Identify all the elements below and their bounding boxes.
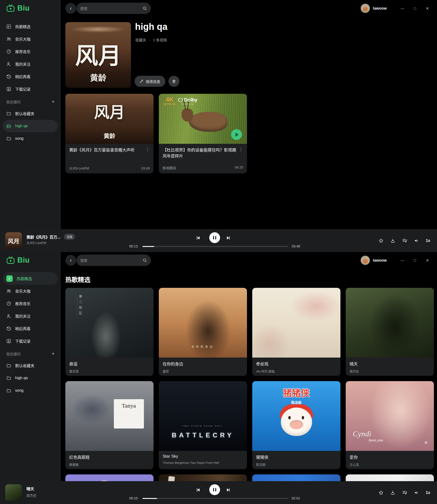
sidebar-item-following[interactable]: 我的关注 — [3, 58, 58, 70]
song-card[interactable]: Tanya 红色高跟鞋 蔡健雅 — [65, 381, 154, 469]
username: lawoow — [373, 258, 387, 263]
song-card[interactable]: TWO STEPS FROM HELL BATTLECRY Star Sky T… — [159, 381, 247, 469]
sidebar-folder-high-qa[interactable]: high qa — [3, 120, 58, 132]
minimize-button[interactable]: — — [396, 6, 409, 10]
download-icon[interactable] — [390, 238, 396, 243]
maximize-button[interactable]: □ — [409, 6, 421, 10]
collection-count: 2 条视频 — [153, 37, 167, 42]
favorite-star-icon[interactable] — [378, 490, 384, 495]
sidebar: Biu 热歌精选 音乐大咖 推荐音乐 我的关注 稍后再看 — [0, 0, 61, 252]
sidebar-folder-default[interactable]: 默认收藏夹 — [3, 359, 58, 372]
play-icon — [235, 133, 239, 137]
sidebar-item-downloads[interactable]: 下载记录 — [3, 83, 58, 95]
thumb-overlay-title: 风月 — [65, 105, 154, 120]
sidebar-item-watch-later[interactable]: 稍后再看 — [3, 70, 58, 83]
back-icon: ‹ — [70, 257, 72, 264]
song-thumbnail: 在你的身边 — [159, 288, 247, 358]
lossless-badge: 无损 — [64, 234, 75, 240]
player-track-title: 晴天 — [26, 486, 34, 492]
progress-fill — [142, 498, 157, 499]
minimize-button[interactable]: — — [396, 258, 409, 262]
more-options-icon[interactable]: ⋮ — [145, 147, 150, 152]
sidebar-folder-song[interactable]: song — [3, 384, 58, 397]
sidebar-folder-label: song — [15, 136, 24, 141]
previous-track-button[interactable] — [196, 236, 201, 240]
more-options-icon[interactable]: ⋮ — [239, 147, 243, 152]
next-track-button[interactable] — [226, 487, 231, 493]
song-card[interactable]: 第二街区 悬溺 葛东琪 — [65, 288, 154, 376]
created-section-label: 我创建的 — [6, 351, 21, 356]
song-title: 猪猪侠 — [256, 454, 337, 460]
search-input[interactable]: 搜索 — [76, 3, 151, 14]
player-thumbnail[interactable]: 风月 — [5, 232, 22, 249]
sidebar-item-hot-songs[interactable]: 热歌精选 — [3, 272, 58, 285]
favorite-star-icon[interactable] — [378, 238, 384, 243]
playlist-icon[interactable] — [402, 238, 407, 243]
progress-bar[interactable] — [142, 246, 288, 247]
song-card[interactable]: 晴天 周杰伦 — [346, 288, 434, 376]
thumb-overlay-small-text: TWO STEPS FROM HELL — [159, 425, 247, 427]
volume-icon[interactable] — [414, 238, 419, 243]
pause-button[interactable] — [209, 232, 220, 243]
sidebar-item-music-stars[interactable]: 音乐大咖 — [3, 285, 58, 297]
sidebar-item-watch-later[interactable]: 稍后再看 — [3, 322, 58, 335]
sidebar-item-downloads[interactable]: 下载记录 — [3, 335, 58, 347]
close-button[interactable]: ✕ — [421, 258, 434, 263]
user-account[interactable]: lawoow — [360, 255, 387, 265]
sidebar-item-hot-songs[interactable]: 热歌精选 — [3, 20, 58, 33]
song-card[interactable]: 在你的身边 在你的身边 盛哲 — [159, 288, 247, 376]
delete-collection-button[interactable] — [169, 76, 179, 87]
sidebar-folder-song[interactable]: song — [3, 132, 58, 145]
play-overlay-button[interactable] — [231, 129, 242, 140]
sidebar-folder-label: high qa — [15, 124, 28, 128]
back-button[interactable]: ‹ — [65, 3, 76, 14]
edit-info-button[interactable]: 修改信息 — [135, 76, 165, 87]
video-card[interactable]: 4K ULTRA HD Dolby VISION 【杜比视界】你的设备能撑住吗？… — [159, 94, 247, 173]
folder-icon — [6, 111, 11, 116]
sidebar-folder-high-qa[interactable]: high qa — [3, 372, 58, 384]
sidebar-item-label: 音乐大咖 — [15, 288, 30, 294]
dial-icon — [6, 301, 11, 306]
window-hot-songs: Biu 热歌精选 音乐大咖 推荐音乐 我的关注 — [0, 252, 437, 504]
maximize-button[interactable]: □ — [409, 258, 421, 262]
download-icon[interactable] — [390, 490, 396, 495]
previous-track-button[interactable] — [196, 487, 201, 493]
pause-button[interactable] — [209, 484, 220, 495]
folder-icon — [6, 388, 11, 393]
sidebar-item-following[interactable]: 我的关注 — [3, 310, 58, 322]
add-folder-button[interactable]: + — [52, 99, 55, 105]
sidebar-folder-label: high qa — [15, 376, 28, 380]
next-track-button[interactable] — [226, 236, 231, 240]
pencil-icon — [139, 79, 143, 83]
sidebar-item-music-stars[interactable]: 音乐大咖 — [3, 33, 58, 45]
user-account[interactable]: lawoow — [360, 3, 387, 13]
add-folder-button[interactable]: + — [52, 351, 55, 357]
video-card[interactable]: 风月 黄龄 黄龄《风月》百万豪装录音棚大声听 ⋮ JLRS-LeoFM 03:4… — [65, 94, 154, 173]
song-card[interactable]: Cyndi loves you ✳ 爱你 王心凌 — [346, 381, 434, 469]
total-time: 02:01 — [292, 496, 300, 500]
player-thumbnail[interactable] — [5, 484, 22, 501]
history-clock-icon — [6, 74, 11, 79]
song-artist: Aki 阿杰,银临 — [256, 369, 337, 373]
sidebar-item-recommend[interactable]: 推荐音乐 — [3, 45, 58, 58]
sidebar-item-recommend[interactable]: 推荐音乐 — [3, 297, 58, 310]
music-box-icon — [6, 24, 11, 29]
playback-speed-button[interactable]: 1x — [426, 238, 430, 243]
sidebar-folder-label: song — [15, 388, 24, 393]
sidebar-item-label: 推荐音乐 — [15, 301, 30, 306]
song-card[interactable]: 猪猪侠 陈洁丽 猪猪侠 陈洁丽 — [252, 381, 340, 469]
app-logo: Biu — [6, 256, 30, 265]
sidebar-item-label: 我的关注 — [15, 313, 30, 319]
page-title: 热歌精选 — [65, 275, 90, 284]
elapsed-time: 00:13 — [121, 244, 138, 248]
sidebar-folder-default[interactable]: 默认收藏夹 — [3, 107, 58, 120]
song-card[interactable]: 牵丝戏 Aki 阿杰,银临 — [252, 288, 340, 376]
volume-icon[interactable] — [414, 490, 419, 495]
search-input[interactable]: 搜索 — [76, 255, 151, 266]
progress-bar[interactable] — [142, 498, 288, 499]
back-button[interactable]: ‹ — [65, 255, 76, 266]
folder-icon — [6, 376, 11, 381]
playback-speed-button[interactable]: 1x — [426, 490, 430, 495]
playlist-icon[interactable] — [402, 490, 407, 495]
close-button[interactable]: ✕ — [421, 6, 434, 10]
